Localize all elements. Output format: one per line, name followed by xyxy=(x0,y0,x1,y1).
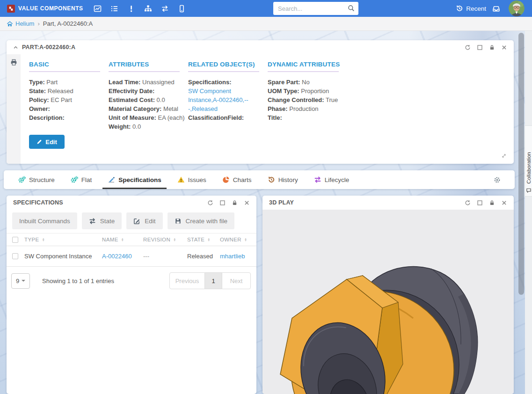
3d-model-fitting xyxy=(262,210,514,394)
section-basic: BASIC Type: Part State: Released Policy:… xyxy=(29,61,109,131)
page-scrollbar-thumb[interactable] xyxy=(518,33,524,295)
tab-label: Issues xyxy=(188,176,206,183)
search xyxy=(273,2,358,15)
field: Policy: EC Part xyxy=(29,95,109,104)
exchange-icon[interactable] xyxy=(161,5,169,13)
section-related-objects: RELATED OBJECT(S) Specifications: SW Com… xyxy=(188,61,268,131)
maximize-icon[interactable] xyxy=(477,44,483,51)
field: Unit of Measure: EA (each) xyxy=(109,113,188,122)
part-panel-title: PART:A-0022460:A xyxy=(22,44,75,51)
close-icon[interactable] xyxy=(501,44,507,51)
edit-row-button[interactable]: Edit xyxy=(126,212,162,229)
3d-viewport[interactable] xyxy=(262,210,514,394)
refresh-icon[interactable] xyxy=(465,200,471,206)
column-header-owner[interactable]: OWNER▲▼ xyxy=(220,237,253,242)
edit-button[interactable]: Edit xyxy=(29,135,65,149)
breadcrumb-separator: › xyxy=(37,20,39,27)
section-heading: ATTRIBUTES xyxy=(109,61,188,68)
select-all-checkbox[interactable] xyxy=(12,237,18,243)
maximize-icon[interactable] xyxy=(477,200,483,206)
cell-name-link[interactable]: A-0022460 xyxy=(102,253,143,260)
column-header-type[interactable]: TYPE▲▼ xyxy=(24,237,102,242)
window-controls xyxy=(465,44,507,51)
history-icon xyxy=(456,5,463,12)
line-chart-icon[interactable] xyxy=(94,5,102,13)
column-label: TYPE xyxy=(24,237,39,242)
mobile-icon[interactable] xyxy=(178,5,186,13)
sitemap-icon[interactable] xyxy=(144,5,152,13)
3d-play-panel-header: 3D PLAY xyxy=(262,196,514,210)
settings-gear-icon[interactable] xyxy=(494,176,501,183)
create-with-file-button[interactable]: Create with file xyxy=(168,212,234,229)
breadcrumb: Helium › Part, A-0022460:A xyxy=(0,17,532,31)
next-page-button[interactable]: Next xyxy=(222,272,251,289)
tab-issues[interactable]: Issues xyxy=(169,170,214,189)
breadcrumb-home-label: Helium xyxy=(15,20,34,27)
search-icon[interactable] xyxy=(348,5,355,12)
tabs-bar: Structure Flat Specifications Issues Cha… xyxy=(4,170,515,189)
pagination-summary: Showing 1 to 1 of 1 entries xyxy=(42,277,114,285)
page-number-button[interactable]: 1 xyxy=(205,272,222,289)
tab-structure[interactable]: Structure xyxy=(10,170,63,189)
tab-history[interactable]: History xyxy=(260,170,306,189)
sort-icon: ▲▼ xyxy=(173,238,176,241)
tab-specifications[interactable]: Specifications xyxy=(100,170,169,189)
field: ClassificationField: xyxy=(188,113,268,122)
refresh-icon[interactable] xyxy=(207,200,213,206)
page-size-value: 9 xyxy=(16,277,19,285)
collaboration-tab[interactable]: Collaboration xyxy=(525,125,532,197)
row-checkbox[interactable] xyxy=(12,253,18,259)
resize-handle-icon[interactable] xyxy=(501,153,507,159)
close-icon[interactable] xyxy=(501,200,507,206)
maximize-icon[interactable] xyxy=(219,200,226,206)
inbox-icon[interactable] xyxy=(492,5,500,13)
collapse-chevron-up-icon[interactable] xyxy=(13,45,18,50)
tab-charts[interactable]: Charts xyxy=(214,170,260,189)
page-size-select[interactable]: 9 xyxy=(11,273,30,289)
tab-flat[interactable]: Flat xyxy=(63,170,100,189)
part-panel: PART:A-0022460:A BASIC Type: Part State:… xyxy=(7,40,514,164)
state-button[interactable]: State xyxy=(82,212,122,229)
print-icon[interactable] xyxy=(10,59,17,66)
refresh-icon[interactable] xyxy=(465,44,471,51)
navbar-icon-group xyxy=(94,5,186,13)
tab-label: Charts xyxy=(233,176,252,183)
exclamation-icon[interactable] xyxy=(127,5,135,13)
sort-icon: ▲▼ xyxy=(244,238,247,241)
field: UOM Type: Proportion xyxy=(268,87,347,95)
application-window: VALUE COMPONENTS Recent xyxy=(0,0,532,394)
column-header-revision[interactable]: REVISION▲▼ xyxy=(143,237,187,242)
cell-owner-link[interactable]: mhartlieb xyxy=(220,253,253,260)
table-row[interactable]: SW Component Instance A-0022460 --- Rele… xyxy=(7,246,256,267)
column-header-state[interactable]: STATE▲▼ xyxy=(187,237,220,242)
brand-logo-icon xyxy=(7,5,15,13)
column-header-name[interactable]: NAME▲▼ xyxy=(102,237,143,242)
recent-label: Recent xyxy=(466,5,486,12)
link-line: Instance,A-0022460,-- xyxy=(188,95,268,104)
table-header-row: TYPE▲▼ NAME▲▼ REVISION▲▼ STATE▲▼ OWNER▲▼ xyxy=(7,233,256,246)
lock-icon[interactable] xyxy=(232,200,238,206)
previous-page-button[interactable]: Previous xyxy=(169,272,205,289)
section-heading: RELATED OBJECT(S) xyxy=(188,61,268,68)
tab-lifecycle[interactable]: Lifecycle xyxy=(306,170,357,189)
close-icon[interactable] xyxy=(244,200,250,206)
field: Change Controlled: True xyxy=(268,95,347,104)
field: Title: xyxy=(268,113,347,122)
task-list-icon[interactable] xyxy=(110,5,118,13)
lock-icon[interactable] xyxy=(489,200,495,206)
inbuilt-commands-button[interactable]: Inbuilt Commands xyxy=(12,212,77,229)
search-input[interactable] xyxy=(273,2,358,15)
brand[interactable]: VALUE COMPONENTS xyxy=(0,5,83,13)
field: Phase: Production xyxy=(268,104,347,113)
breadcrumb-home-link[interactable]: Helium xyxy=(7,20,34,27)
3d-play-panel-title: 3D PLAY xyxy=(269,199,294,206)
recent-button[interactable]: Recent xyxy=(456,5,486,12)
part-attribute-columns: BASIC Type: Part State: Released Policy:… xyxy=(29,61,347,131)
lock-icon[interactable] xyxy=(489,44,495,51)
field: Description: xyxy=(29,113,109,122)
caret-down-icon xyxy=(22,280,25,282)
user-avatar[interactable] xyxy=(509,0,525,16)
heading-rule xyxy=(109,71,180,72)
link-line: -,Released xyxy=(188,104,268,113)
related-object-link[interactable]: SW Component Instance,A-0022460,-- -,Rel… xyxy=(188,87,268,113)
